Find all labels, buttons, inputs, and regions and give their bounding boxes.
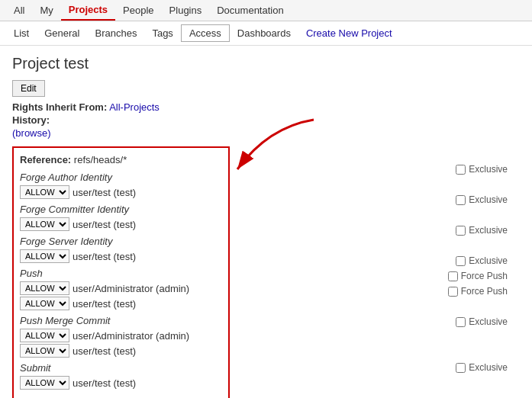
perm-forge-author-select-0[interactable]: ALLOWDENYBLOCK: [20, 185, 69, 199]
top-nav-my[interactable]: My: [32, 1, 60, 20]
sub-nav-dashboards[interactable]: Dashboards: [230, 25, 298, 41]
perm-submit-label: Submit: [20, 362, 222, 374]
exclusive-forge-author[interactable]: Exclusive: [456, 164, 508, 175]
right-row-forge-committer: Exclusive: [236, 192, 520, 207]
sub-nav-branches[interactable]: Branches: [87, 25, 144, 41]
perm-forge-committer: Forge Committer Identity ALLOWDENYBLOCK …: [20, 204, 222, 231]
exclusive-submit-label: Exclusive: [469, 362, 508, 373]
page-title: Project test: [12, 55, 520, 72]
force-push-row1[interactable]: Force Push: [448, 268, 508, 284]
perm-forge-committer-row-0: ALLOWDENYBLOCK user/test (test): [20, 217, 222, 231]
perm-push-select-0[interactable]: ALLOWDENYBLOCK: [20, 281, 69, 295]
perm-push-merge: Push Merge Commit ALLOWDENYBLOCK user/Ad…: [20, 315, 222, 358]
browse-line: (browse): [12, 127, 520, 139]
perm-forge-author: Forge Author Identity ALLOWDENYBLOCK use…: [20, 172, 222, 199]
rights-inherit-line: Rights Inherit From: All-Projects: [12, 101, 520, 113]
top-nav-people[interactable]: People: [115, 1, 161, 20]
exclusive-forge-server[interactable]: Exclusive: [456, 225, 508, 236]
perm-forge-server-label: Forge Server Identity: [20, 236, 222, 247]
perm-push-merge-user-1: user/test (test): [73, 345, 136, 357]
top-nav-projects[interactable]: Projects: [61, 0, 115, 21]
perm-push-label: Push: [20, 268, 222, 279]
perm-push-user-1: user/test (test): [73, 298, 136, 310]
exclusive-submit-checkbox[interactable]: [456, 363, 466, 373]
right-row-forge-author: Exclusive: [236, 162, 520, 177]
history-label: History:: [12, 114, 50, 126]
right-panel: Exclusive Exclusive Exclusive: [230, 146, 520, 398]
perm-push-merge-select-0[interactable]: ALLOWDENYBLOCK: [20, 329, 69, 342]
exclusive-forge-committer[interactable]: Exclusive: [456, 194, 508, 205]
perm-submit: Submit ALLOWDENYBLOCK user/test (test): [20, 362, 222, 390]
perm-forge-server-user-0: user/test (test): [73, 251, 136, 262]
exclusive-forge-author-label: Exclusive: [469, 164, 508, 175]
force-push-checkbox-2[interactable]: [448, 287, 458, 297]
perm-forge-server: Forge Server Identity ALLOWDENYBLOCK use…: [20, 236, 222, 263]
right-row-forge-server: Exclusive: [236, 223, 520, 238]
browse-link[interactable]: (browse): [12, 127, 51, 139]
force-push-label-2: Force Push: [461, 286, 508, 297]
perm-forge-author-label: Forge Author Identity: [20, 172, 222, 183]
perm-push-merge-select-1[interactable]: ALLOWDENYBLOCK: [20, 344, 69, 358]
perm-push-merge-label: Push Merge Commit: [20, 315, 222, 326]
perm-forge-server-row-0: ALLOWDENYBLOCK user/test (test): [20, 249, 222, 263]
reference-label: Reference:: [20, 154, 71, 165]
top-nav: All My Projects People Plugins Documenta…: [0, 0, 532, 21]
top-nav-documentation[interactable]: Documentation: [209, 1, 291, 20]
perm-push-merge-row-1: ALLOWDENYBLOCK user/test (test): [20, 344, 222, 358]
reference-box: Reference: refs/heads/* Forge Author Ide…: [12, 146, 230, 398]
top-nav-plugins[interactable]: Plugins: [162, 1, 210, 20]
exclusive-forge-committer-label: Exclusive: [469, 194, 508, 205]
sub-nav-create-project[interactable]: Create New Project: [298, 25, 400, 41]
force-push-row2[interactable]: Force Push: [448, 284, 508, 299]
perm-submit-row-0: ALLOWDENYBLOCK user/test (test): [20, 376, 222, 390]
exclusive-push-merge[interactable]: Exclusive: [456, 314, 508, 329]
perm-forge-server-select-0[interactable]: ALLOWDENYBLOCK: [20, 249, 69, 263]
perm-push-select-1[interactable]: ALLOWDENYBLOCK: [20, 297, 69, 310]
edit-button[interactable]: Edit: [12, 80, 45, 97]
perm-submit-select-0[interactable]: ALLOWDENYBLOCK: [20, 376, 69, 390]
perm-push: Push ALLOWDENYBLOCK user/Administrator (…: [20, 268, 222, 310]
exclusive-push-label: Exclusive: [469, 255, 508, 266]
exclusive-forge-server-label: Exclusive: [469, 225, 508, 236]
sub-nav-list[interactable]: List: [6, 25, 37, 41]
perm-forge-author-user-0: user/test (test): [73, 187, 136, 198]
force-push-label-1: Force Push: [461, 271, 508, 281]
sub-nav: List General Branches Tags Access Dashbo…: [0, 21, 532, 46]
perm-forge-author-row-0: ALLOWDENYBLOCK user/test (test): [20, 185, 222, 199]
exclusive-submit[interactable]: Exclusive: [456, 362, 508, 373]
exclusive-push[interactable]: Exclusive: [456, 253, 508, 268]
perm-push-merge-user-0: user/Administrator (admin): [73, 330, 189, 342]
exclusive-push-checkbox[interactable]: [456, 256, 466, 266]
perm-forge-committer-user-0: user/test (test): [73, 219, 136, 230]
force-push-checkbox-1[interactable]: [448, 271, 458, 281]
reference-title: Reference: refs/heads/*: [20, 154, 222, 165]
top-nav-all[interactable]: All: [6, 1, 32, 20]
perm-forge-committer-select-0[interactable]: ALLOWDENYBLOCK: [20, 217, 69, 231]
page-content: Project test Edit Rights Inherit From: A…: [0, 46, 532, 398]
exclusive-forge-server-checkbox[interactable]: [456, 226, 466, 236]
perm-push-row-0: ALLOWDENYBLOCK user/Administrator (admin…: [20, 281, 222, 295]
sub-nav-general[interactable]: General: [37, 25, 87, 41]
sub-nav-access[interactable]: Access: [181, 24, 230, 42]
perm-push-merge-row-0: ALLOWDENYBLOCK user/Administrator (admin…: [20, 329, 222, 342]
rights-inherit-label: Rights Inherit From:: [12, 101, 107, 113]
sub-nav-tags[interactable]: Tags: [144, 25, 180, 41]
perm-forge-committer-label: Forge Committer Identity: [20, 204, 222, 215]
all-projects-link[interactable]: All-Projects: [109, 101, 160, 113]
perm-push-user-0: user/Administrator (admin): [73, 283, 189, 294]
exclusive-forge-author-checkbox[interactable]: [456, 165, 466, 175]
history-line: History:: [12, 114, 520, 126]
perm-submit-user-0: user/test (test): [73, 377, 136, 389]
right-row-submit: Exclusive: [236, 360, 520, 375]
exclusive-forge-committer-checkbox[interactable]: [456, 195, 466, 205]
exclusive-push-merge-label: Exclusive: [469, 316, 508, 327]
reference-value: refs/heads/*: [74, 154, 127, 165]
exclusive-push-merge-checkbox[interactable]: [456, 317, 466, 327]
perm-push-row-1: ALLOWDENYBLOCK user/test (test): [20, 297, 222, 310]
main-area: Reference: refs/heads/* Forge Author Ide…: [12, 146, 520, 398]
